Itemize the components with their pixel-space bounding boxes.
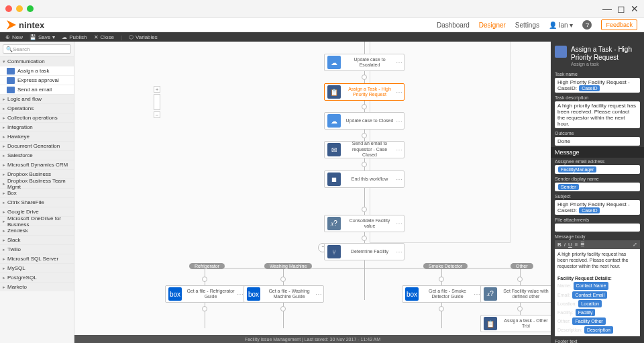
box-icon: box xyxy=(168,287,182,301)
nav-dashboard[interactable]: Dashboard xyxy=(437,21,470,29)
workflow-canvas[interactable]: + − ☁Update case to Escalated⋯ 📋Assign a… xyxy=(74,42,551,343)
node-menu[interactable]: ⋯ xyxy=(396,220,404,228)
node-end-workflow[interactable]: ⏹End this workflow⋯ xyxy=(324,170,405,188)
action-item[interactable]: Express approval xyxy=(0,75,74,85)
category-item[interactable]: ▸Logic and flow xyxy=(0,94,74,103)
node-update-escalated[interactable]: ☁Update case to Escalated⋯ xyxy=(324,54,405,71)
toolbar-save[interactable]: 💾 Save ▾ xyxy=(30,34,55,40)
attachments-input[interactable] xyxy=(555,224,640,232)
category-item[interactable]: ▸Twilio xyxy=(0,244,74,254)
toolbar-publish[interactable]: ☁ Publish xyxy=(62,34,87,40)
node-assign-task[interactable]: 📋Assign a Task - High Priority Request⋯ xyxy=(324,83,405,101)
branch-other[interactable]: Other xyxy=(511,263,533,269)
assignee-input[interactable]: FacilityManager xyxy=(555,165,640,174)
message-body-input[interactable]: A high priority facility request has bee… xyxy=(555,249,640,336)
node-update-closed[interactable]: ☁Update case to Closed⋯ xyxy=(324,112,405,130)
category-item[interactable]: ▸Marketo xyxy=(0,282,74,291)
node-get-refrigerator[interactable]: boxGet a file - Refrigerator Guide⋯ xyxy=(165,285,246,303)
feedback-button[interactable]: Feedback xyxy=(601,19,637,30)
node-menu[interactable]: ⋯ xyxy=(396,176,404,183)
category-item[interactable]: ▸Microsoft OneDrive for Business xyxy=(0,216,74,226)
outcome-input[interactable]: Done xyxy=(555,137,640,146)
task-icon xyxy=(555,46,567,58)
node-menu[interactable]: ⋯ xyxy=(396,89,404,96)
category-item[interactable]: ▸Citrix ShareFile xyxy=(0,197,74,207)
search-input[interactable]: 🔍 Search xyxy=(3,44,71,54)
node-menu[interactable]: ⋯ xyxy=(396,146,404,154)
category-item[interactable]: ▸PostgreSQL xyxy=(0,273,74,282)
category-item[interactable]: ▸Microsoft Dynamics CRM xyxy=(0,160,74,169)
category-item[interactable]: ▸Microsoft SQL Server xyxy=(0,254,74,263)
task-icon: 📋 xyxy=(327,85,341,99)
task-name-input[interactable]: High Priority Facility Request - CaseID:… xyxy=(555,78,640,93)
action-item[interactable]: Send an email xyxy=(0,85,74,94)
toolbar-variables[interactable]: ⬡ Variables xyxy=(129,34,158,40)
category-communication[interactable]: ▾Communication xyxy=(0,56,74,66)
category-item[interactable]: ▸Collection operations xyxy=(0,113,74,122)
logo-icon xyxy=(7,20,16,30)
email-icon: ✉ xyxy=(327,143,341,156)
brand-text: nintex xyxy=(19,20,44,30)
category-item[interactable]: ▸Operations xyxy=(0,103,74,113)
branch-smoke[interactable]: Smoke Detector xyxy=(423,263,468,269)
node-menu[interactable]: ⋯ xyxy=(396,117,404,125)
box-icon: box xyxy=(405,287,419,301)
window-minimize[interactable]: — xyxy=(602,3,612,14)
toolbar-close[interactable]: ✕ Close xyxy=(94,34,114,40)
help-icon[interactable]: ? xyxy=(582,20,592,30)
branch-refrigerator[interactable]: Refrigerator xyxy=(189,263,225,269)
properties-panel: Assign a Task - High Priority Request As… xyxy=(551,42,644,343)
nav-user[interactable]: 👤 Ian ▾ xyxy=(549,21,573,29)
zoom-in[interactable]: + xyxy=(154,86,160,93)
ordered-list-icon[interactable]: ≣ xyxy=(580,242,585,248)
window-close[interactable]: ✕ xyxy=(631,3,639,14)
subject-input[interactable]: High Priority Facility Request - CaseID:… xyxy=(555,200,640,215)
action-icon xyxy=(7,77,15,84)
node-menu[interactable]: ⋯ xyxy=(396,59,404,66)
node-consolidate[interactable]: 𝑥?Consolidate Facility value⋯ xyxy=(324,215,405,232)
underline-icon[interactable]: U xyxy=(568,242,572,248)
action-item[interactable]: Assign a task xyxy=(0,66,74,75)
category-item[interactable]: ▸Dropbox Business Team Mgmt xyxy=(0,179,74,188)
canvas-footer: Facility Issue Management | Last saved: … xyxy=(74,335,551,343)
node-menu[interactable]: ⋯ xyxy=(396,248,404,256)
rte-toolbar[interactable]: B I U ≡ ≣ ⤢ xyxy=(555,240,640,249)
category-item[interactable]: ▸Hawkeye xyxy=(0,132,74,141)
nav-settings[interactable]: Settings xyxy=(515,21,539,29)
box-icon: box xyxy=(247,287,260,301)
message-section: Message xyxy=(551,147,644,158)
branch-washing[interactable]: Washing Machine xyxy=(264,263,312,269)
branch-icon: ⑂ xyxy=(327,245,341,258)
bold-icon[interactable]: B xyxy=(557,242,561,248)
window-minimize-mac[interactable] xyxy=(16,5,23,12)
panel-subtitle: Assign a task xyxy=(571,62,640,66)
node-set-other[interactable]: 𝑥?Set Facility value with defined other⋯ xyxy=(480,285,551,303)
category-item[interactable]: ▸Document Generation xyxy=(0,141,74,150)
category-item[interactable]: ▸Salesforce xyxy=(0,150,74,160)
variable-icon: 𝑥? xyxy=(327,217,341,230)
node-email-requestor[interactable]: ✉Send an email to requestor - Case Close… xyxy=(324,141,405,158)
sender-input[interactable]: Sender xyxy=(555,183,640,191)
expand-icon[interactable]: ⤢ xyxy=(633,242,637,248)
nav-designer[interactable]: Designer xyxy=(479,21,506,29)
task-icon: 📋 xyxy=(484,317,497,330)
window-zoom-mac[interactable] xyxy=(27,5,34,12)
category-item[interactable]: ▸MySQL xyxy=(0,263,74,273)
action-icon xyxy=(7,68,15,75)
panel-title: Assign a Task - High Priority Request xyxy=(571,46,640,62)
zoom-track[interactable] xyxy=(154,94,160,110)
category-item[interactable]: ▸Integration xyxy=(0,122,74,132)
italic-icon[interactable]: I xyxy=(564,242,566,248)
salesforce-icon: ☁ xyxy=(327,114,341,128)
window-maximize[interactable]: ◻ xyxy=(617,3,625,14)
list-icon[interactable]: ≡ xyxy=(575,242,578,248)
node-determine-facility[interactable]: ⑂Determine Facility⋯ xyxy=(324,243,405,260)
node-get-smoke[interactable]: boxGet a file - Smoke Detector Guide⋯ xyxy=(402,285,482,303)
category-item[interactable]: ▸Slack xyxy=(0,235,74,244)
toolbar-new[interactable]: ⊕ New xyxy=(5,34,23,40)
zoom-out[interactable]: − xyxy=(154,111,160,118)
window-close-mac[interactable] xyxy=(5,5,12,12)
node-assign-other[interactable]: 📋Assign a task - Other Trbl⋯ xyxy=(480,315,551,332)
task-desc-input[interactable]: A high priority facility request has bee… xyxy=(555,101,640,128)
node-get-washing[interactable]: boxGet a file - Washing Machine Guide⋯ xyxy=(244,285,324,303)
